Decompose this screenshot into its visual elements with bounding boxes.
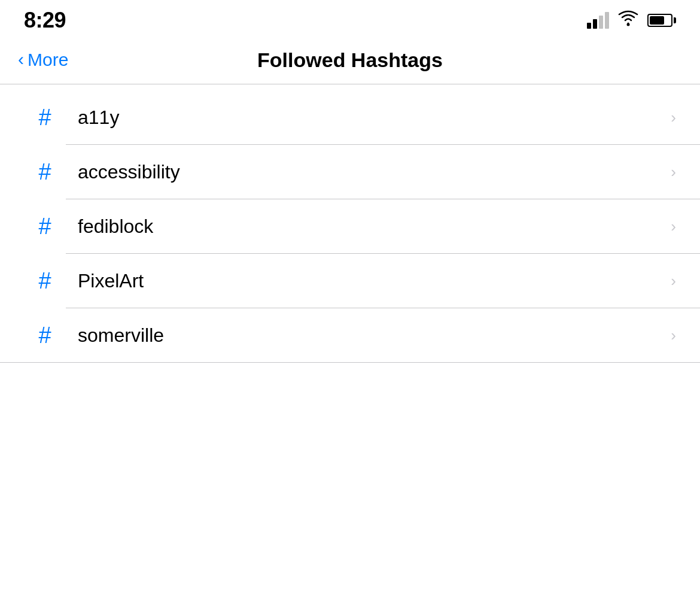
hashtag-item-pixelart[interactable]: # PixelArt › — [0, 254, 700, 308]
status-bar: 8:29 — [0, 0, 700, 36]
chevron-right-icon: › — [671, 326, 676, 345]
chevron-right-icon: › — [671, 217, 676, 236]
back-button[interactable]: ‹ More — [18, 50, 68, 70]
hash-icon: # — [24, 105, 66, 130]
status-time: 8:29 — [24, 8, 66, 33]
hashtag-item-a11y[interactable]: # a11y › — [0, 90, 700, 144]
hash-icon: # — [24, 214, 66, 239]
top-divider — [0, 84, 700, 84]
hash-icon: # — [24, 323, 66, 348]
signal-icon — [587, 12, 609, 29]
wifi-icon — [617, 10, 639, 31]
svg-point-0 — [627, 23, 630, 26]
hash-icon: # — [24, 268, 66, 294]
nav-header: ‹ More Followed Hashtags — [0, 36, 700, 84]
battery-icon — [647, 14, 676, 27]
back-chevron-icon: ‹ — [18, 50, 24, 68]
chevron-right-icon: › — [671, 108, 676, 127]
hashtag-item-accessibility[interactable]: # accessibility › — [0, 145, 700, 199]
hashtag-label: a11y — [78, 107, 671, 129]
hash-icon: # — [24, 159, 66, 185]
bottom-divider — [0, 362, 700, 363]
hashtag-label: PixelArt — [78, 270, 671, 292]
hashtag-item-fediblock[interactable]: # fediblock › — [0, 199, 700, 253]
page-title: Followed Hashtags — [257, 48, 443, 72]
chevron-right-icon: › — [671, 163, 676, 181]
hashtag-list: # a11y › # accessibility › # fediblock ›… — [0, 90, 700, 363]
status-icons — [587, 10, 676, 31]
chevron-right-icon: › — [671, 272, 676, 290]
hashtag-label: accessibility — [78, 161, 671, 183]
hashtag-label: fediblock — [78, 215, 671, 238]
back-label: More — [28, 50, 68, 70]
hashtag-item-somerville[interactable]: # somerville › — [0, 308, 700, 362]
hashtag-label: somerville — [78, 324, 671, 347]
